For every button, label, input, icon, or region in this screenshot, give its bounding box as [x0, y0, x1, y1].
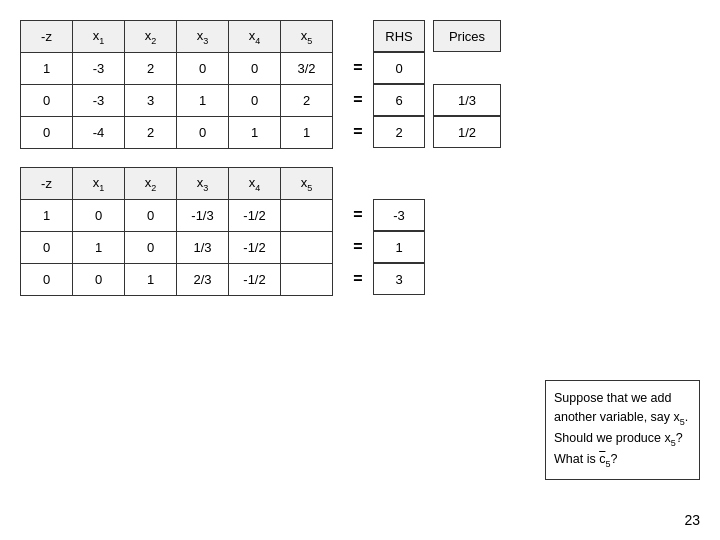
bot-header-x4: x4 — [229, 168, 281, 200]
eq-sign-2: = — [343, 91, 373, 109]
bot-r3-c4: 2/3 — [177, 264, 229, 296]
bot-r3-c6 — [281, 264, 333, 296]
top-rhs-3: 2 — [373, 116, 425, 148]
bot-row-1: 1 0 0 -1/3 -1/2 — [21, 200, 333, 232]
bot-header-x1: x1 — [73, 168, 125, 200]
bot-r2-c2: 1 — [73, 232, 125, 264]
top-r2-c6: 2 — [281, 85, 333, 117]
bottom-tableau-section: -z x1 x2 x3 x4 x5 1 0 0 -1/3 -1/2 — [20, 167, 700, 296]
bot-rhs-2: 1 — [373, 231, 425, 263]
eq-sign-1: = — [343, 59, 373, 77]
price-3: 1/2 — [433, 116, 501, 148]
info-text: Suppose that we add another variable, sa… — [554, 391, 688, 466]
price-2: 1/3 — [433, 84, 501, 116]
top-row-1: 1 -3 2 0 0 3/2 — [21, 53, 333, 85]
bot-header-x3: x3 — [177, 168, 229, 200]
bot-r1-c3: 0 — [125, 200, 177, 232]
top-r3-c4: 0 — [177, 117, 229, 149]
top-r1-c2: -3 — [73, 53, 125, 85]
top-header-x3: x3 — [177, 21, 229, 53]
top-header-x5: x5 — [281, 21, 333, 53]
top-row-3: 0 -4 2 0 1 1 — [21, 117, 333, 149]
info-x5-sub: 5 — [680, 417, 685, 427]
top-r2-c1: 0 — [21, 85, 73, 117]
bot-r2-c6 — [281, 232, 333, 264]
top-r3-c2: -4 — [73, 117, 125, 149]
top-r3-c1: 0 — [21, 117, 73, 149]
top-tableau-section: -z x1 x2 x3 x4 x5 1 -3 2 0 0 3/2 — [20, 20, 700, 149]
top-r1-c5: 0 — [229, 53, 281, 85]
bot-r2-c4: 1/3 — [177, 232, 229, 264]
bot-r1-c5: -1/2 — [229, 200, 281, 232]
bot-r3-c3: 1 — [125, 264, 177, 296]
bot-eq-3: = — [343, 270, 373, 288]
bot-r3-c5: -1/2 — [229, 264, 281, 296]
bot-rhs-3: 3 — [373, 263, 425, 295]
bot-r1-c4: -1/3 — [177, 200, 229, 232]
rhs-header-label: RHS — [373, 20, 425, 52]
info-box: Suppose that we add another variable, sa… — [545, 380, 700, 480]
prices-header-label: Prices — [433, 20, 501, 52]
top-r2-c3: 3 — [125, 85, 177, 117]
bot-r1-c6 — [281, 200, 333, 232]
top-main-table: -z x1 x2 x3 x4 x5 1 -3 2 0 0 3/2 — [20, 20, 333, 149]
top-row-2: 0 -3 3 1 0 2 — [21, 85, 333, 117]
top-r3-c5: 1 — [229, 117, 281, 149]
top-r3-c6: 1 — [281, 117, 333, 149]
bot-rhs-1: -3 — [373, 199, 425, 231]
page-number: 23 — [684, 512, 700, 528]
info-c5-sub: 5 — [605, 459, 610, 469]
bottom-main-table: -z x1 x2 x3 x4 x5 1 0 0 -1/3 -1/2 — [20, 167, 333, 296]
top-equals-rhs-prices: RHS Prices = 0 = 6 1/3 = 2 1/2 — [343, 20, 501, 148]
top-header-x4: x4 — [229, 21, 281, 53]
bot-r2-c5: -1/2 — [229, 232, 281, 264]
bot-header-negz: -z — [21, 168, 73, 200]
top-r1-c3: 2 — [125, 53, 177, 85]
top-header-x2: x2 — [125, 21, 177, 53]
top-r1-c4: 0 — [177, 53, 229, 85]
top-rhs-2: 6 — [373, 84, 425, 116]
top-r2-c4: 1 — [177, 85, 229, 117]
bot-header-x5: x5 — [281, 168, 333, 200]
info-x5-sub2: 5 — [671, 438, 676, 448]
bot-eq-1: = — [343, 206, 373, 224]
bot-r3-c2: 0 — [73, 264, 125, 296]
top-r1-c6: 3/2 — [281, 53, 333, 85]
bot-spacer-header — [343, 167, 425, 199]
bot-row-2: 0 1 0 1/3 -1/2 — [21, 232, 333, 264]
bot-r2-c3: 0 — [125, 232, 177, 264]
top-r2-c5: 0 — [229, 85, 281, 117]
top-rhs-1: 0 — [373, 52, 425, 84]
eq-sign-3: = — [343, 123, 373, 141]
price-empty-1 — [433, 52, 501, 84]
bot-row-3: 0 0 1 2/3 -1/2 — [21, 264, 333, 296]
bot-equals-rhs: = -3 = 1 = 3 — [343, 167, 425, 295]
top-r2-c2: -3 — [73, 85, 125, 117]
main-container: -z x1 x2 x3 x4 x5 1 -3 2 0 0 3/2 — [0, 0, 720, 540]
bot-header-x2: x2 — [125, 168, 177, 200]
top-r1-c1: 1 — [21, 53, 73, 85]
top-r3-c3: 2 — [125, 117, 177, 149]
bot-r3-c1: 0 — [21, 264, 73, 296]
bot-r1-c2: 0 — [73, 200, 125, 232]
top-header-negz: -z — [21, 21, 73, 53]
bot-eq-2: = — [343, 238, 373, 256]
bot-r1-c1: 1 — [21, 200, 73, 232]
bot-r2-c1: 0 — [21, 232, 73, 264]
top-header-x1: x1 — [73, 21, 125, 53]
